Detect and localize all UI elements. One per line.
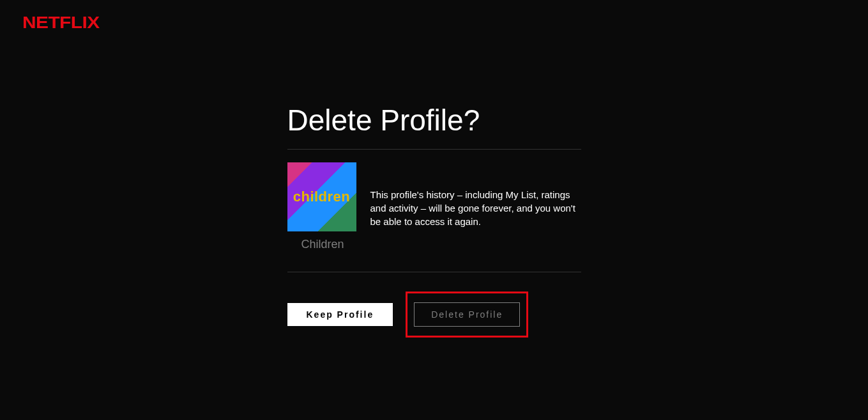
- keep-profile-button[interactable]: Keep Profile: [287, 303, 393, 326]
- netflix-logo[interactable]: NETFLIX: [22, 13, 868, 33]
- divider-top: [287, 149, 581, 150]
- delete-profile-dialog: Delete Profile? This profile's history –…: [281, 103, 588, 338]
- dialog-title: Delete Profile?: [287, 103, 581, 137]
- profile-row: This profile's history – including My Li…: [287, 162, 581, 231]
- divider-bottom: [287, 272, 581, 272]
- profile-name-label: Children: [301, 238, 581, 251]
- delete-profile-button[interactable]: Delete Profile: [414, 302, 520, 327]
- button-row: Keep Profile Delete Profile: [287, 292, 581, 338]
- profile-avatar: [287, 162, 356, 231]
- app-header: NETFLIX: [0, 0, 868, 45]
- warning-text: This profile's history – including My Li…: [370, 162, 581, 228]
- highlight-annotation: Delete Profile: [406, 292, 528, 338]
